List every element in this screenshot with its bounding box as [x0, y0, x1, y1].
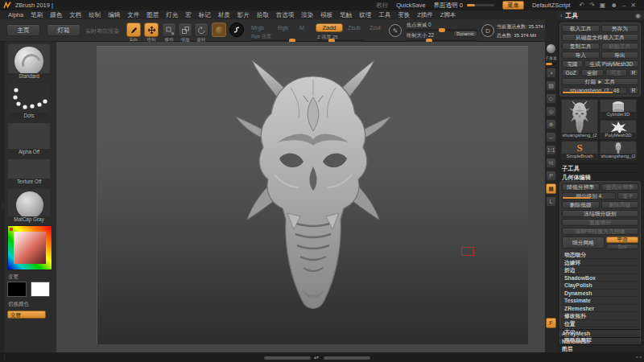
freeze-subdivision-button[interactable]: 冻结细分级别: [562, 210, 638, 217]
clone-button[interactable]: 克隆: [562, 60, 583, 68]
higher-res-button[interactable]: 提高分辨率: [601, 183, 639, 191]
see-through-slider[interactable]: 界面透明 0: [434, 2, 494, 10]
tool-thumb-cylinder[interactable]: Cylinder3D: [600, 99, 637, 118]
dynamic-button[interactable]: Dynamic: [453, 31, 477, 37]
menu-item[interactable]: 影片: [237, 11, 250, 19]
lightbox-tools-button[interactable]: 灯箱 ► 工具: [562, 78, 638, 85]
quicksave-button[interactable]: QuickSave: [396, 2, 425, 9]
import-button[interactable]: 导入: [562, 51, 600, 59]
menu-item[interactable]: 绘制: [89, 11, 101, 19]
geometry-subsection-header[interactable]: ShadowBox: [562, 274, 638, 282]
ghost-icon[interactable]: ◇: [546, 93, 556, 104]
current-tool-thumb[interactable]: shuangsheng_(2: [561, 99, 598, 139]
divide-button[interactable]: 细分网格: [562, 237, 605, 249]
canvas-area[interactable]: [56, 42, 545, 352]
canvas-scroll-arrows[interactable]: ▴▾: [314, 354, 319, 360]
zadd-button[interactable]: Zadd: [316, 23, 343, 32]
zoom-icon[interactable]: ⊕: [546, 119, 556, 130]
persp-icon[interactable]: P: [546, 171, 556, 181]
move-mode-button[interactable]: [162, 23, 176, 37]
frame-icon[interactable]: F: [546, 318, 556, 328]
menu-item[interactable]: 变换: [398, 11, 410, 19]
mrgb-button[interactable]: Mrgb: [251, 25, 264, 31]
document-viewport[interactable]: [97, 46, 528, 344]
tool-thumb-skull[interactable]: shuangsheng_(2: [600, 141, 637, 160]
lightbox-button[interactable]: 灯箱: [47, 24, 80, 36]
tutorials-button[interactable]: 教程: [376, 2, 388, 10]
current-alpha-thumb[interactable]: Alpha Off: [7, 122, 51, 156]
home-button[interactable]: 主页: [6, 24, 40, 36]
default-zscript-button[interactable]: DefaultZScript: [532, 2, 571, 9]
menu-item[interactable]: 笔刷: [31, 11, 43, 19]
floor-icon[interactable]: ▦: [546, 183, 556, 194]
color-picker-inner[interactable]: [14, 232, 46, 264]
geometry-subsection-header[interactable]: 修改拓扑: [562, 312, 638, 320]
color-picker[interactable]: [7, 225, 52, 270]
geometry-subsection-header[interactable]: ZRemesher: [562, 305, 638, 313]
load-tool-button[interactable]: 载入工具: [562, 25, 600, 32]
edit-mode-button[interactable]: [126, 23, 141, 37]
smt-toggle[interactable]: 平滑: [606, 237, 638, 243]
bottom-corner-icons[interactable]: ▪ ▪: [636, 354, 642, 360]
menu-item[interactable]: 编辑: [108, 11, 120, 19]
reconstruct-subdiv-button[interactable]: 重建细分: [562, 219, 638, 226]
menu-item[interactable]: Z插件: [417, 11, 433, 19]
tool-thumb-simplebrush[interactable]: S SimpleBrush: [561, 141, 598, 160]
del-lower-button[interactable]: 删除低级: [562, 201, 600, 208]
convert-bpr-button[interactable]: 将BPR转换为几何体: [562, 228, 638, 235]
load-from-file-button[interactable]: 从磁盘文件载入工具: [562, 34, 638, 41]
switch-color-button[interactable]: 切换颜色: [8, 301, 29, 308]
tool-r-button[interactable]: R: [629, 87, 638, 94]
menu-item[interactable]: 工具: [378, 11, 390, 19]
sculpt-model-skull[interactable]: [233, 56, 394, 321]
subpixel-slider[interactable]: [546, 63, 556, 65]
left-tray-divider[interactable]: ⋮: [0, 42, 5, 352]
secondary-color-swatch[interactable]: [31, 282, 50, 297]
canvas-hscroll-right[interactable]: [324, 356, 370, 360]
scale-mode-button[interactable]: [178, 23, 192, 37]
canvas-hscroll-left[interactable]: [264, 356, 311, 360]
geometry-subsection-header[interactable]: 位置: [562, 320, 638, 328]
menu-item[interactable]: 灯光: [166, 11, 178, 19]
sdiv-slider[interactable]: 细分级别 4: [562, 192, 616, 200]
actual-size-icon[interactable]: 1:1: [546, 145, 556, 155]
bpr-render-icon[interactable]: ◑: [546, 68, 556, 78]
transparency-icon[interactable]: ▨: [546, 80, 556, 91]
undo-icon[interactable]: ↶: [579, 2, 584, 9]
paste-tool-button[interactable]: 粘贴工具: [601, 43, 639, 50]
main-color-swatch[interactable]: [7, 282, 27, 297]
tool-section-header[interactable]: 图层: [559, 344, 641, 352]
tool-section-header[interactable]: NanoMesh: [559, 337, 641, 345]
minimize-icon[interactable]: –: [622, 2, 625, 9]
make-polymesh3d-button[interactable]: 生成 PolyMesh3D: [584, 60, 638, 68]
copy-tool-button[interactable]: 复制工具: [562, 43, 600, 50]
menu-item[interactable]: 模板: [320, 11, 332, 19]
menu-item[interactable]: 文档: [69, 11, 81, 19]
geometry-subsection-header[interactable]: Tessimate: [562, 297, 638, 305]
bottom-tray-handle[interactable]: ⋮: [2, 354, 7, 360]
goz-visible-button[interactable]: 可见: [605, 69, 628, 76]
suv-toggle[interactable]: Suv: [606, 244, 638, 250]
zsub-button[interactable]: Zsub: [348, 25, 361, 31]
menu-item[interactable]: 笔触: [340, 11, 352, 19]
current-stroke-thumb[interactable]: Dots: [7, 83, 51, 120]
back-arrow-icon[interactable]: ‹: [560, 13, 562, 19]
save-as-button[interactable]: 另存为: [601, 25, 639, 32]
menu-item[interactable]: 首选项: [276, 11, 295, 19]
menu-item[interactable]: 颜色: [50, 11, 62, 19]
local-symmetry-icon[interactable]: L: [546, 196, 556, 207]
menu-item[interactable]: 宏: [185, 11, 192, 19]
menu-item[interactable]: 标记: [199, 11, 211, 19]
menu-item[interactable]: 材质: [218, 11, 230, 19]
sculptris-pro-button[interactable]: [212, 23, 226, 37]
bpr-sphere-icon[interactable]: [546, 43, 556, 54]
menu-item[interactable]: 拾取: [257, 11, 269, 19]
rotate-mode-button[interactable]: [194, 23, 208, 37]
export-button[interactable]: 导出: [601, 51, 639, 59]
close-icon[interactable]: ✕: [630, 2, 636, 9]
current-material-thumb[interactable]: MatCap Gray: [7, 188, 51, 224]
current-brush-thumb[interactable]: Standard: [7, 43, 51, 80]
geometry-subsection-header[interactable]: Dynamesh: [562, 290, 638, 298]
tool-slots-slider[interactable]: shuangsheng_(2 : 48: [562, 87, 627, 94]
geometry-subsection-header[interactable]: ClayPolish: [562, 282, 638, 290]
